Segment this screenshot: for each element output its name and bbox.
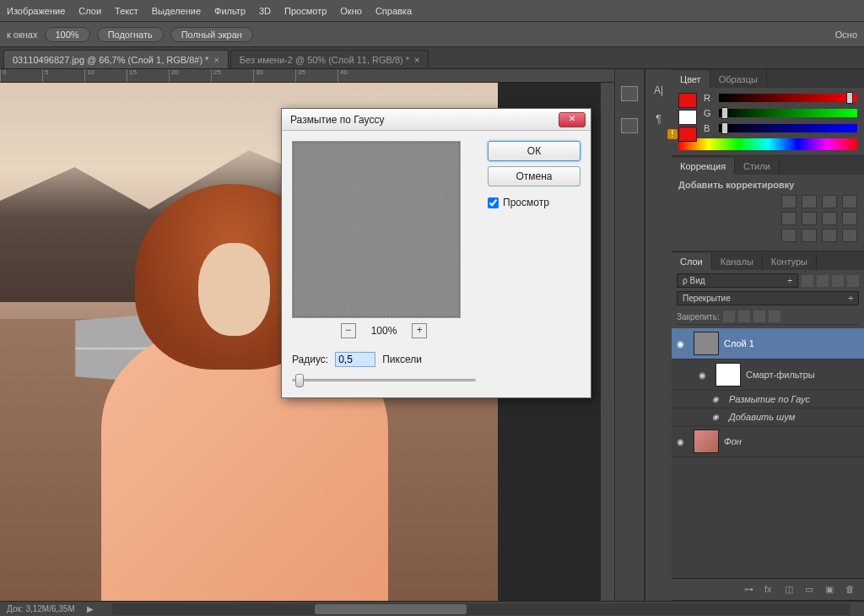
layer-filter-icon[interactable] [817,275,829,287]
visibility-toggle-icon[interactable] [712,394,724,404]
preview-checkbox[interactable] [488,197,499,208]
menu-filter[interactable]: Фильтр [214,6,246,16]
channel-mixer-adjustment-icon[interactable] [802,229,817,242]
tab-color[interactable]: Цвет [672,71,710,88]
document-tab-label: 03110496827.jpg @ 66,7% (Слой 1, RGB/8#)… [13,55,208,65]
menu-help[interactable]: Справка [375,6,412,16]
tab-paths[interactable]: Контуры [763,253,817,270]
zoom-in-button[interactable]: + [412,323,427,338]
document-tabs: 03110496827.jpg @ 66,7% (Слой 1, RGB/8#)… [0,47,864,69]
vertical-scrollbar[interactable] [601,83,614,601]
blend-mode-dropdown[interactable]: Перекрытие÷ [677,291,859,305]
menu-view[interactable]: Просмотр [284,6,327,16]
radius-input[interactable] [335,352,375,367]
layer-filter-dropdown[interactable]: ρ Вид÷ [677,273,798,288]
new-layer-icon[interactable]: ▣ [825,584,839,596]
lock-all-icon[interactable] [769,311,780,322]
horizontal-scrollbar[interactable] [112,603,850,615]
layer-thumbnail[interactable] [694,332,719,355]
invert-adjustment-icon[interactable] [842,229,857,242]
layer-name[interactable]: Слой 1 [724,338,754,349]
layer-style-icon[interactable]: fx [764,584,778,596]
layer-item[interactable]: Слой 1 [672,328,864,359]
filter-mask-thumbnail[interactable] [716,363,741,386]
link-layers-icon[interactable]: ⊶ [744,584,758,596]
bw-adjustment-icon[interactable] [842,212,857,225]
zoom-out-button[interactable]: − [341,323,356,338]
options-bar: к окнах 100% Подогнать Полный экран Осно [0,22,864,47]
layer-mask-icon[interactable]: ◫ [785,584,798,596]
lookup-adjustment-icon[interactable] [822,229,837,242]
cancel-button[interactable]: Отмена [488,166,580,186]
lock-transparency-icon[interactable] [723,311,735,322]
foreground-color-swatch[interactable] [678,93,697,108]
tab-layers[interactable]: Слои [672,253,712,270]
balance-adjustment-icon[interactable] [822,212,837,225]
tab-styles[interactable]: Стили [735,158,780,175]
menu-text[interactable]: Текст [115,6,138,16]
photo-filter-adjustment-icon[interactable] [781,229,796,242]
layer-item-smart-filters[interactable]: Смарт-фильтры [672,359,864,391]
menu-3d[interactable]: 3D [259,6,271,16]
levels-adjustment-icon[interactable] [802,195,817,208]
tab-swatches[interactable]: Образцы [710,71,767,88]
curves-adjustment-icon[interactable] [822,195,837,208]
character-panel-icon[interactable]: A| [651,84,667,98]
gaussian-blur-dialog: Размытие по Гауссу ✕ − 100% + Радиус: Пи… [281,108,591,398]
dialog-close-button[interactable]: ✕ [559,112,586,127]
lock-pixels-icon[interactable] [738,311,750,322]
layer-item-background[interactable]: Фон [672,426,864,457]
gamut-warning-swatch[interactable] [678,127,697,142]
background-color-swatch[interactable] [678,110,697,125]
menu-image[interactable]: Изображение [7,6,65,16]
layer-filter-icon[interactable] [802,275,813,287]
ok-button[interactable]: ОК [488,141,580,161]
ruler-tick: 25 [211,69,253,83]
visibility-toggle-icon[interactable] [699,370,710,380]
b-slider[interactable] [719,124,857,132]
layer-thumbnail[interactable] [694,430,719,453]
paragraph-panel-icon[interactable]: ¶ [651,113,667,127]
layer-filter-icon[interactable] [832,275,844,287]
visibility-toggle-icon[interactable] [677,436,688,446]
g-slider[interactable] [719,109,857,117]
document-tab-active[interactable]: 03110496827.jpg @ 66,7% (Слой 1, RGB/8#)… [3,50,229,68]
tab-adjustments[interactable]: Коррекция [672,158,735,175]
fullscreen-button[interactable]: Полный экран [170,27,253,42]
preview-checkbox-row[interactable]: Просмотр [488,197,580,208]
actions-panel-icon[interactable] [621,118,638,133]
close-tab-icon[interactable]: × [414,55,419,65]
exposure-adjustment-icon[interactable] [842,195,857,208]
tab-channels[interactable]: Каналы [712,253,763,270]
brightness-adjustment-icon[interactable] [781,195,796,208]
color-spectrum-bar[interactable] [678,138,857,150]
history-panel-icon[interactable] [621,86,638,101]
menu-layers[interactable]: Слои [78,6,101,16]
dialog-titlebar[interactable]: Размытие по Гауссу ✕ [282,109,591,131]
radius-slider[interactable] [292,374,476,387]
document-tab-label: Без имени-2 @ 50% (Слой 11, RGB/8) * [240,55,409,65]
vibrance-adjustment-icon[interactable] [781,212,796,225]
ruler-tick: 30 [253,69,295,83]
delete-layer-icon[interactable]: 🗑 [845,584,859,596]
zoom-level-button[interactable]: 100% [45,27,90,42]
fit-button[interactable]: Подогнать [97,27,164,42]
menu-window[interactable]: Окно [340,6,362,16]
close-tab-icon[interactable]: × [213,55,219,65]
document-tab-inactive[interactable]: Без имени-2 @ 50% (Слой 11, RGB/8) * × [230,50,429,68]
smart-filter-item[interactable]: Размытие по Гаус [672,391,864,408]
ruler-tick: 15 [127,69,169,83]
menu-select[interactable]: Выделение [152,6,201,16]
visibility-toggle-icon[interactable] [712,412,724,422]
lock-position-icon[interactable] [753,311,765,322]
r-slider[interactable] [719,94,857,102]
blur-preview-area[interactable] [292,141,461,318]
smart-filter-item[interactable]: Добавить шум [672,408,864,426]
status-arrow-icon[interactable]: ▶ [87,604,94,613]
collapsed-panel-dock [614,69,645,601]
layer-filter-icon[interactable] [847,275,859,287]
layer-name[interactable]: Фон [724,436,742,446]
new-group-icon[interactable]: ▭ [805,584,818,596]
hue-adjustment-icon[interactable] [802,212,817,225]
visibility-toggle-icon[interactable] [677,338,688,349]
